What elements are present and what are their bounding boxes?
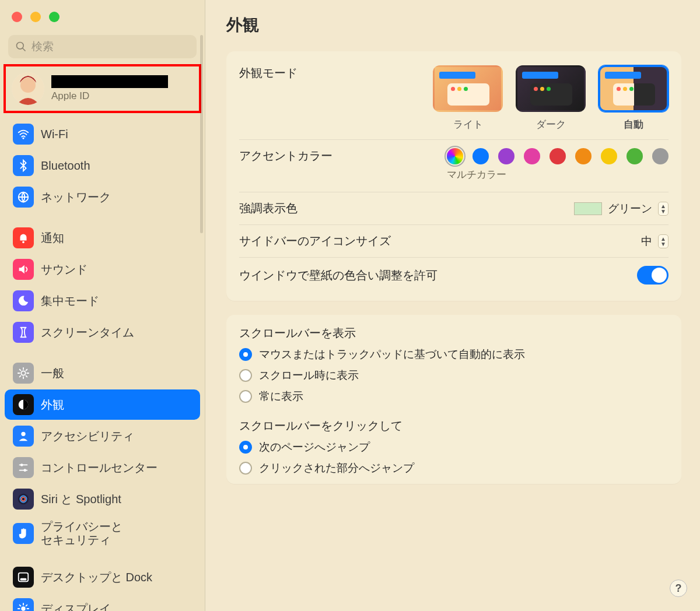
sliders-icon xyxy=(13,457,34,478)
window-controls xyxy=(0,6,205,22)
sidebar-item-label: アクセシビリティ xyxy=(41,429,134,444)
sidebar-item-screentime[interactable]: スクリーンタイム xyxy=(5,317,200,347)
appearance-mode-dark[interactable]: ダーク xyxy=(516,65,586,131)
sidebar-item-label: サウンド xyxy=(41,262,88,278)
speaker-icon xyxy=(13,259,34,280)
search-icon xyxy=(15,41,27,52)
appearance-mode-label-light: ライト xyxy=(453,118,483,131)
stepper-icon: ▲▼ xyxy=(658,202,668,216)
appearance-mode-label-dark: ダーク xyxy=(536,118,566,131)
accent-swatch-yellow[interactable] xyxy=(601,148,617,164)
accent-swatch-gray[interactable] xyxy=(652,148,668,164)
scrollbar-click-option-nextpage[interactable]: 次のページへジャンプ xyxy=(239,440,668,455)
svg-point-6 xyxy=(22,241,24,244)
accent-swatch-purple[interactable] xyxy=(498,148,514,164)
scrollbar-show-option-always[interactable]: 常に表示 xyxy=(239,389,668,404)
search-box[interactable] xyxy=(8,35,197,58)
fullscreen-window-button[interactable] xyxy=(49,12,60,22)
highlight-color-label: 強調表示色 xyxy=(239,201,298,216)
svg-point-0 xyxy=(17,43,24,50)
radio-icon xyxy=(239,348,252,361)
wallpaper-tint-label: ウインドウで壁紙の色合い調整を許可 xyxy=(239,268,438,283)
close-window-button[interactable] xyxy=(12,12,22,22)
sidebar-item-notifications[interactable]: 通知 xyxy=(5,223,200,253)
sidebar-item-general[interactable]: 一般 xyxy=(5,358,200,388)
sidebar-item-label: Bluetooth xyxy=(41,159,90,173)
card-appearance: 外観モード ライトダーク自動 アクセントカラー マルチカラー 強調表示色 xyxy=(226,51,681,301)
accent-selected-label: マルチカラー xyxy=(447,168,463,181)
sidebar-item-sound[interactable]: サウンド xyxy=(5,254,200,285)
sidebar-item-label: Siri と Spotlight xyxy=(41,491,121,507)
sidebar-item-privacy[interactable]: プライバシーとセキュリティ xyxy=(5,515,200,552)
radio-icon xyxy=(239,390,252,403)
sidebar-item-desktop[interactable]: デスクトップと Dock xyxy=(5,562,200,592)
scrollbar-show-option-label: 常に表示 xyxy=(259,389,303,404)
accent-swatch-orange[interactable] xyxy=(575,148,592,164)
wifi-icon xyxy=(13,124,34,145)
accent-swatch-multicolor[interactable] xyxy=(447,148,463,164)
sidebar-item-label: 一般 xyxy=(41,366,64,381)
sidebar-item-label: ディスプレイ xyxy=(41,601,111,612)
siri-icon xyxy=(13,489,34,510)
globe-icon xyxy=(13,187,34,208)
sidebar-icon-size-select[interactable]: 中 ▲▼ xyxy=(641,234,668,249)
gear-icon xyxy=(13,363,34,384)
radio-icon xyxy=(239,369,252,382)
search-input[interactable] xyxy=(32,40,190,53)
scrollbar-click-option-clicked[interactable]: クリックされた部分へジャンプ xyxy=(239,461,668,476)
dock-icon xyxy=(13,567,34,588)
svg-point-13 xyxy=(23,469,26,472)
sidebar-item-bluetooth[interactable]: Bluetooth xyxy=(5,150,200,181)
appearance-thumb-dark xyxy=(516,65,586,112)
svg-point-4 xyxy=(23,138,24,139)
accent-swatch-green[interactable] xyxy=(626,148,643,164)
sidebar-item-display[interactable]: ディスプレイ xyxy=(5,594,200,611)
svg-point-9 xyxy=(21,432,25,436)
sidebar-item-accessibility[interactable]: アクセシビリティ xyxy=(5,421,200,451)
accent-swatch-red[interactable] xyxy=(550,148,566,164)
wallpaper-tint-toggle[interactable] xyxy=(637,266,668,285)
scrollbar-show-option-auto[interactable]: マウスまたはトラックパッドに基づいて自動的に表示 xyxy=(239,347,668,362)
sidebar-item-label: ネットワーク xyxy=(41,189,111,205)
scrollbar-click-option-label: クリックされた部分へジャンプ xyxy=(259,461,414,476)
sidebar-item-wifi[interactable]: Wi-Fi xyxy=(5,119,200,149)
svg-point-19 xyxy=(21,606,25,610)
appearance-mode-label: 外観モード xyxy=(239,65,298,81)
sidebar-item-siri[interactable]: Siri と Spotlight xyxy=(5,484,200,514)
accent-swatch-blue[interactable] xyxy=(473,148,489,164)
main-content: 外観 外観モード ライトダーク自動 アクセントカラー マルチカラー 強調表示 xyxy=(205,0,700,611)
sidebar-item-label: スクリーンタイム xyxy=(41,325,134,340)
appearance-mode-label-auto: 自動 xyxy=(624,118,643,131)
appearance-thumb-light xyxy=(433,65,503,112)
apple-id-name-redacted xyxy=(51,75,168,88)
sidebar-item-label: Wi-Fi xyxy=(41,128,68,141)
accent-swatch-pink[interactable] xyxy=(524,148,540,164)
sidebar-item-label: デスクトップと Dock xyxy=(41,570,152,585)
help-button[interactable]: ? xyxy=(670,580,687,597)
moon-icon xyxy=(13,290,34,311)
apple-id-item[interactable]: Apple ID xyxy=(4,64,201,113)
sidebar-item-appearance[interactable]: 外観 xyxy=(5,389,200,420)
svg-point-3 xyxy=(20,78,36,93)
svg-point-7 xyxy=(21,371,25,375)
bluetooth-icon xyxy=(13,155,34,176)
scrollbar-show-option-scrolling[interactable]: スクロール時に表示 xyxy=(239,368,668,383)
page-title: 外観 xyxy=(226,14,681,36)
scrollbar-show-option-label: スクロール時に表示 xyxy=(259,368,359,383)
apple-id-sublabel: Apple ID xyxy=(51,90,193,102)
contrast-icon xyxy=(13,394,34,415)
hourglass-icon xyxy=(13,322,34,343)
sidebar-icon-size-label: サイドバーのアイコンサイズ xyxy=(239,233,391,249)
sidebar-icon-size-value: 中 xyxy=(641,234,652,249)
person-icon xyxy=(13,426,34,447)
highlight-color-select[interactable]: グリーン ▲▼ xyxy=(574,201,668,216)
sidebar-item-network[interactable]: ネットワーク xyxy=(5,182,200,212)
sidebar-item-focus[interactable]: 集中モード xyxy=(5,286,200,316)
appearance-mode-auto[interactable]: 自動 xyxy=(598,65,668,131)
appearance-mode-light[interactable]: ライト xyxy=(433,65,503,131)
bell-icon xyxy=(13,227,34,248)
svg-line-1 xyxy=(23,48,26,51)
sidebar-item-controlcenter[interactable]: コントロールセンター xyxy=(5,452,200,483)
minimize-window-button[interactable] xyxy=(30,12,41,22)
sidebar-scrollbar[interactable] xyxy=(200,35,203,233)
